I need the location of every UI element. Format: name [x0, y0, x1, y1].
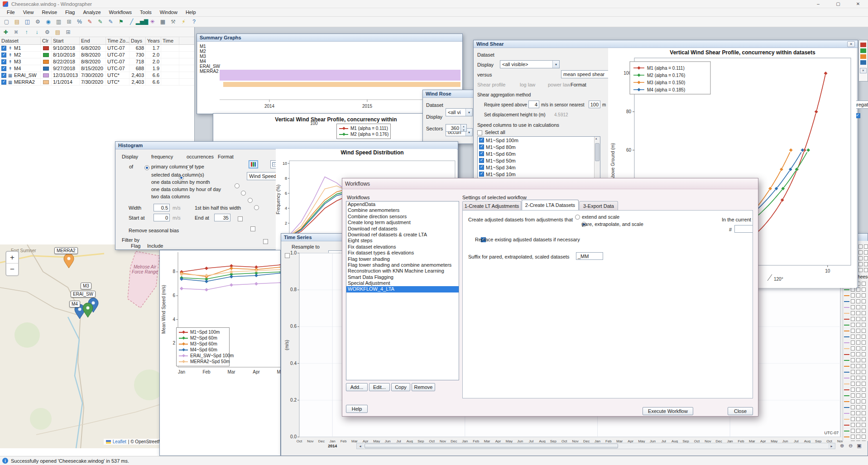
column-checkbox[interactable]: [856, 311, 860, 315]
speed-column-checkbox[interactable]: [479, 158, 484, 163]
require-speed-input[interactable]: 4: [528, 101, 539, 108]
column-header[interactable]: Clr: [41, 37, 52, 44]
dataset-color-swatch[interactable]: [43, 80, 49, 84]
two-columns-radio[interactable]: [254, 205, 259, 210]
column-checkbox[interactable]: [862, 388, 866, 392]
printer-icon[interactable]: ▥: [54, 18, 63, 26]
leaflet-link[interactable]: Leaflet: [113, 439, 126, 444]
dataset-row[interactable]: ↟ M4 9/27/2018 8/15/2020 UTC-07 688 1.9: [0, 65, 194, 72]
column-checkbox[interactable]: [851, 399, 855, 403]
column-checkbox[interactable]: [851, 393, 855, 398]
wind-rose-dataset-select[interactable]: <all vi: [446, 108, 473, 116]
scroll-right-icon[interactable]: ▸: [828, 443, 835, 449]
by-month-radio[interactable]: [241, 191, 246, 196]
column-checkbox[interactable]: [858, 262, 863, 266]
dataset-row[interactable]: ↟ M2 8/10/2018 8/8/2020 UTC-07 730 2.0: [0, 52, 194, 58]
column-checkbox[interactable]: [851, 429, 855, 433]
wind-rose-icon[interactable]: ✳: [148, 18, 157, 26]
column-checkbox[interactable]: [856, 435, 860, 439]
column-checkbox[interactable]: [862, 317, 866, 321]
scrollbar-thumb[interactable]: [595, 143, 599, 161]
column-checkbox[interactable]: [856, 299, 860, 303]
line-chart-icon[interactable]: ╱: [127, 18, 136, 26]
dataset-visible-checkbox[interactable]: [1, 59, 6, 64]
dataset-row[interactable]: ▦ ERAI_SW 12/31/2013 7/30/2020 UTC* 2,40…: [0, 72, 194, 79]
zoom-out-icon[interactable]: ⊖: [847, 442, 854, 449]
copy-workflow-button[interactable]: Copy: [391, 383, 410, 391]
calculator-icon[interactable]: ⊞: [64, 18, 74, 26]
column-checkbox[interactable]: [862, 376, 866, 380]
workflow-list-item[interactable]: Reconstruction with KNN Machine Learning: [346, 268, 459, 274]
column-checkbox[interactable]: [856, 441, 860, 441]
menu-item[interactable]: Flag: [61, 9, 79, 16]
column-checkbox[interactable]: [864, 250, 868, 254]
dataset-color-swatch[interactable]: [43, 73, 49, 77]
column-checkbox[interactable]: [856, 399, 860, 403]
speed-column-item[interactable]: M1~Spd 10m: [478, 171, 600, 177]
column-header[interactable]: Time: [161, 37, 179, 44]
column-checkbox[interactable]: [862, 335, 866, 339]
column-header[interactable]: End: [80, 37, 106, 44]
column-checkbox[interactable]: [864, 244, 868, 249]
column-checkbox[interactable]: [851, 435, 855, 439]
column-checkbox[interactable]: [862, 382, 866, 386]
column-checkbox[interactable]: [851, 417, 855, 421]
column-header[interactable]: Years: [146, 37, 161, 44]
globe-icon[interactable]: ◉: [43, 18, 53, 26]
menu-item[interactable]: Analyze: [79, 9, 105, 16]
settings-gear-icon[interactable]: ⚙: [33, 18, 43, 26]
speed-column-checkbox[interactable]: [479, 165, 484, 170]
column-header[interactable]: Start: [52, 37, 80, 44]
column-checkbox[interactable]: [856, 370, 860, 374]
column-checkbox[interactable]: [856, 293, 860, 297]
add-workflow-button[interactable]: Add...: [346, 383, 368, 391]
column-checkbox[interactable]: [851, 382, 855, 386]
dataset-color-swatch[interactable]: [43, 60, 49, 64]
format-chart-button[interactable]: [249, 160, 258, 168]
histogram-titlebar[interactable]: Histogram: [115, 142, 458, 149]
column-checkbox[interactable]: [862, 393, 866, 398]
sensor-height-input[interactable]: 100: [589, 101, 600, 108]
column-header[interactable]: Time Zo...: [106, 37, 129, 44]
column-checkbox[interactable]: [862, 352, 866, 356]
column-checkbox[interactable]: [862, 282, 866, 286]
column-checkbox[interactable]: [858, 244, 863, 249]
column-checkbox[interactable]: [862, 288, 866, 292]
column-checkbox[interactable]: [851, 335, 855, 339]
workflows-titlebar[interactable]: Workflows: [342, 178, 758, 189]
menu-item[interactable]: Window: [156, 9, 182, 16]
workflow-list-item[interactable]: Create long term adjustment: [346, 220, 459, 225]
dataset-color-swatch[interactable]: [43, 53, 49, 57]
column-checkbox[interactable]: [851, 364, 855, 368]
end-at-input[interactable]: 35: [214, 214, 230, 221]
column-checkbox[interactable]: [862, 411, 866, 415]
column-checkbox[interactable]: [858, 250, 863, 254]
column-checkbox[interactable]: [858, 256, 863, 260]
column-checkbox[interactable]: [856, 393, 860, 398]
dataset-visible-checkbox[interactable]: [1, 80, 6, 85]
column-checkbox[interactable]: [862, 358, 866, 362]
seasonal-bias-checkbox[interactable]: [263, 239, 268, 244]
minimize-icon[interactable]: [808, 0, 828, 8]
workflow-list-item[interactable]: Smart Data Flagging: [346, 274, 459, 280]
save-icon[interactable]: ◫: [23, 18, 32, 26]
column-checkbox[interactable]: [851, 299, 855, 303]
remove-workflow-button[interactable]: Remove: [412, 383, 435, 391]
flag-icon[interactable]: ⚑: [116, 18, 126, 26]
column-checkbox[interactable]: [856, 346, 860, 350]
column-checkbox[interactable]: [856, 411, 860, 415]
percent-icon[interactable]: %: [75, 18, 84, 26]
column-checkbox[interactable]: [856, 376, 860, 380]
menu-item[interactable]: Revise: [38, 9, 61, 16]
workflow-list-item[interactable]: Special Adjustment: [346, 280, 459, 286]
close-icon[interactable]: [848, 0, 868, 8]
edit-workflow-button[interactable]: Edit...: [369, 383, 390, 391]
column-checkbox[interactable]: [862, 323, 866, 327]
dataset-color-swatch[interactable]: [43, 67, 49, 71]
workflow-list-item[interactable]: WORKFLOW_4_LTA: [346, 286, 459, 292]
column-checkbox[interactable]: [864, 256, 868, 260]
by-hour-radio[interactable]: [248, 198, 253, 203]
menu-item[interactable]: Tools: [136, 9, 156, 16]
execute-workflow-button[interactable]: Execute Workflow: [643, 407, 693, 415]
menu-item[interactable]: View: [19, 9, 38, 16]
